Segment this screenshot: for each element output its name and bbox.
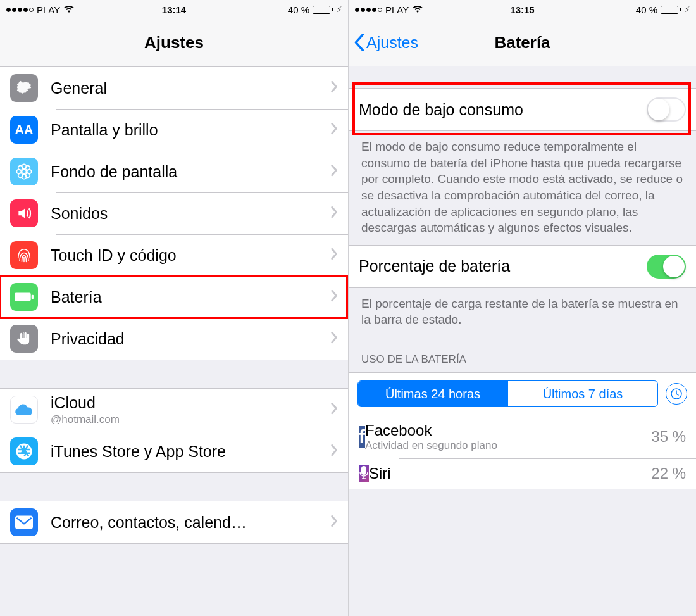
battery-screen: PLAY 13:15 40 % ⚡︎ Ajustes Batería Modo … — [348, 0, 696, 616]
mail-icon — [10, 508, 38, 536]
back-label: Ajustes — [366, 34, 418, 52]
row-label: Sonidos — [51, 204, 330, 223]
usage-header: USO DE LA BATERÍA — [349, 337, 696, 372]
row-label: Batería — [51, 288, 330, 306]
nav-bar: Ajustes — [0, 19, 348, 66]
row-label: iCloud — [51, 394, 330, 412]
svg-point-0 — [22, 170, 27, 174]
chevron-right-icon — [330, 402, 338, 417]
row-label: General — [51, 79, 330, 97]
settings-row-aa[interactable]: AAPantalla y brillo — [0, 109, 348, 151]
flower-icon — [10, 158, 38, 185]
battery-pct-toggle[interactable] — [647, 255, 686, 279]
battery-pct-row[interactable]: Porcentaje de batería — [349, 246, 696, 287]
settings-row-appstore[interactable]: iTunes Store y App Store — [0, 431, 348, 472]
clock-icon[interactable] — [666, 383, 687, 405]
appstore-icon — [10, 437, 38, 465]
status-time: 13:14 — [0, 4, 348, 15]
gear-icon — [10, 74, 38, 102]
siri-icon — [359, 465, 369, 482]
row-label: iTunes Store y App Store — [51, 443, 330, 461]
row-label: Touch ID y código — [51, 246, 330, 265]
settings-row-battery[interactable]: Batería — [0, 276, 348, 318]
chevron-right-icon — [330, 122, 338, 137]
aa-icon: AA — [10, 116, 38, 144]
hand-icon — [10, 325, 38, 353]
chevron-right-icon — [330, 331, 338, 346]
usage-row[interactable]: Siri22 % — [349, 458, 696, 489]
app-pct: 35 % — [651, 428, 686, 446]
app-pct: 22 % — [651, 465, 686, 482]
settings-list[interactable]: GeneralAAPantalla y brilloFondo de panta… — [0, 66, 348, 616]
battery-pct-footer: El porcentaje de carga restante de la ba… — [349, 288, 696, 337]
row-sublabel: @hotmail.com — [51, 413, 330, 426]
settings-screen: PLAY 13:14 40 % ⚡︎ Ajustes GeneralAAPant… — [0, 0, 348, 616]
row-label: Fondo de pantalla — [51, 163, 330, 181]
settings-row-gear[interactable]: General — [0, 67, 348, 109]
chevron-right-icon — [330, 206, 338, 221]
usage-row[interactable]: fFacebookActividad en segundo plano35 % — [349, 415, 696, 458]
settings-row-icloud[interactable]: iCloud@hotmail.com — [0, 389, 348, 431]
row-label: Privacidad — [51, 330, 330, 348]
chevron-right-icon — [330, 164, 338, 179]
app-name: Siri — [369, 465, 651, 482]
back-button[interactable]: Ajustes — [354, 34, 418, 52]
low-power-footer: El modo de bajo consumo reduce temporalm… — [349, 131, 696, 245]
svg-rect-14 — [361, 466, 366, 475]
battery-content[interactable]: Modo de bajo consumo El modo de bajo con… — [349, 66, 696, 616]
app-name: Facebook — [365, 422, 651, 439]
chevron-right-icon — [330, 444, 338, 459]
page-title: Ajustes — [144, 33, 204, 53]
settings-row-hand[interactable]: Privacidad — [0, 318, 348, 360]
speaker-icon — [10, 199, 38, 227]
battery-pct-label: Porcentaje de batería — [359, 257, 647, 275]
svg-rect-9 — [15, 293, 31, 301]
chevron-right-icon — [330, 248, 338, 263]
chevron-right-icon — [330, 289, 338, 305]
fingerprint-icon — [10, 241, 38, 269]
settings-row-flower[interactable]: Fondo de pantalla — [0, 151, 348, 192]
time-range-segment: Últimas 24 horas Últimos 7 días — [349, 372, 696, 415]
segment-7d[interactable]: Últimos 7 días — [507, 381, 657, 406]
nav-bar: Ajustes Batería — [349, 19, 696, 66]
segment-24h[interactable]: Últimas 24 horas — [358, 381, 507, 406]
low-power-row[interactable]: Modo de bajo consumo — [349, 89, 696, 130]
icloud-icon — [10, 396, 38, 424]
status-bar: PLAY 13:15 40 % ⚡︎ — [349, 0, 696, 19]
chevron-right-icon — [330, 515, 338, 530]
status-bar: PLAY 13:14 40 % ⚡︎ — [0, 0, 348, 19]
status-time: 13:15 — [349, 4, 696, 15]
settings-row-fingerprint[interactable]: Touch ID y código — [0, 234, 348, 276]
app-sub: Actividad en segundo plano — [365, 439, 651, 452]
row-label: Pantalla y brillo — [51, 121, 330, 139]
svg-rect-10 — [32, 295, 34, 299]
low-power-label: Modo de bajo consumo — [359, 101, 647, 119]
page-title: Batería — [494, 33, 550, 53]
low-power-toggle[interactable] — [647, 97, 686, 122]
row-label: Correo, contactos, calend… — [51, 513, 330, 532]
chevron-right-icon — [330, 80, 338, 96]
settings-row-mail[interactable]: Correo, contactos, calend… — [0, 501, 348, 543]
settings-row-speaker[interactable]: Sonidos — [0, 192, 348, 234]
battery-icon — [10, 283, 38, 311]
svg-rect-12 — [15, 516, 33, 529]
facebook-icon: f — [359, 426, 365, 448]
